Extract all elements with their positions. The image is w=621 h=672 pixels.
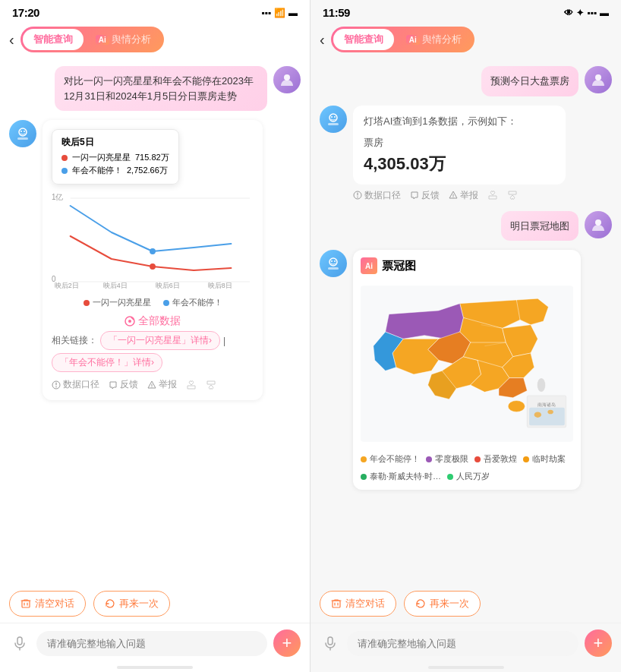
home-indicator-left [117, 666, 193, 669]
retry-btn-left[interactable]: 再来一次 [93, 591, 170, 617]
clear-btn-left[interactable]: 清空对话 [9, 591, 86, 617]
legend-taylor: 泰勒·斯威夫特·时… [361, 471, 441, 482]
nav-tabs-right: 智能查询 Ai 舆情分析 [331, 27, 474, 52]
input-bar-right: + [310, 623, 621, 666]
legend-lin-shi: 临时劫案 [523, 453, 566, 465]
home-indicator-right [428, 666, 504, 669]
legend-label2: 年会不能停！ [172, 297, 222, 308]
tab-smart-query-left[interactable]: 智能查询 [23, 29, 84, 50]
view-all-label: 全部数据 [138, 314, 181, 328]
report-label-left: 举报 [159, 378, 177, 391]
back-button-left[interactable]: ‹ [9, 31, 14, 49]
mic-icon-right[interactable] [320, 633, 341, 654]
tooltip-row2: 年会不能停！ 2,752.66万 [61, 165, 169, 176]
svg-rect-4 [17, 137, 28, 140]
svg-rect-23 [22, 601, 30, 607]
bluetooth-icon: ✦ [576, 8, 584, 18]
legend-dot-blue [163, 300, 169, 306]
link-tag2[interactable]: 「年会不能停！」详情› [52, 353, 162, 372]
add-button-right[interactable]: + [585, 629, 612, 657]
user-avatar-left [273, 66, 301, 93]
add-button-left[interactable]: + [273, 629, 301, 657]
data-value-right: 4,305.03万 [364, 153, 555, 175]
svg-text:1亿: 1亿 [52, 193, 63, 201]
back-button-right[interactable]: ‹ [320, 31, 325, 49]
signal-icon: ▪▪▪ [261, 8, 271, 18]
retry-label-right: 再来一次 [430, 597, 469, 610]
like-btn-right[interactable] [487, 190, 498, 200]
tooltip-title: 映后5日 [61, 136, 169, 149]
data-source-btn-right[interactable]: 数据口径 [353, 189, 401, 202]
svg-point-50 [534, 412, 541, 417]
input-bar-left: + [0, 623, 310, 666]
legend-item2: 年会不能停！ [163, 297, 222, 308]
status-bar-right: 11:59 👁 ✦ ▪▪▪ ▬ [310, 0, 621, 22]
report-label-right: 举报 [460, 189, 478, 202]
map-title-right: 票冠图 [382, 259, 416, 273]
data-source-label-right: 数据口径 [364, 189, 401, 202]
svg-point-9 [150, 248, 156, 254]
svg-text:映后6日: 映后6日 [156, 282, 180, 289]
clear-label-right: 清空对话 [345, 597, 385, 610]
status-icons-right: 👁 ✦ ▪▪▪ ▬ [564, 8, 609, 18]
tooltip-row1: 一闪一闪亮星星 715.82万 [61, 152, 169, 163]
retry-btn-right[interactable]: 再来一次 [404, 591, 481, 617]
report-btn-left[interactable]: 举报 [147, 378, 177, 391]
data-source-btn-left[interactable]: 数据口径 [52, 378, 99, 391]
legend-dot-amber [523, 456, 529, 462]
chart-card-left: 映后5日 一闪一闪亮星星 715.82万 年会不能停！ 2,752.66万 [43, 120, 263, 400]
eye-icon: 👁 [564, 8, 573, 18]
wifi-icon: 📶 [274, 8, 285, 18]
dislike-btn-right[interactable] [507, 190, 518, 200]
svg-point-41 [331, 260, 333, 262]
svg-text:南海诸岛: 南海诸岛 [537, 402, 556, 407]
like-btn-left[interactable] [186, 380, 197, 390]
clear-label-left: 清空对话 [35, 597, 74, 610]
tab-smart-query-right[interactable]: 智能查询 [333, 29, 394, 50]
svg-point-39 [595, 219, 601, 226]
data-label-right: 票房 [364, 136, 555, 150]
legend-ren-min: 人民万岁 [447, 471, 490, 482]
legend-label-ling-du: 零度极限 [435, 453, 468, 465]
battery-icon: ▬ [288, 8, 298, 18]
nav-tabs-left: 智能查询 Ai 舆情分析 [20, 27, 164, 52]
bot-msg-row2-right: Ai 票冠图 [320, 250, 612, 490]
svg-point-45 [508, 401, 525, 412]
dislike-btn-left[interactable] [206, 380, 216, 390]
chart-legend: 一闪一闪亮星星 年会不能停！ [52, 297, 254, 308]
mic-icon-left[interactable] [9, 633, 30, 654]
bot-msg-row1-right: 灯塔AI查询到1条数据，示例如下： 票房 4,305.03万 数据口径 反馈 [320, 106, 612, 202]
svg-text:映后2日: 映后2日 [55, 282, 79, 289]
related-label: 相关链接： [52, 334, 97, 347]
input-field-left[interactable] [36, 631, 267, 656]
svg-text:映后8日: 映后8日 [208, 282, 232, 289]
map-legend-right: 年会不能停！ 零度极限 吾爱敦煌 临时劫案 [361, 453, 573, 482]
clear-btn-right[interactable]: 清空对话 [320, 591, 396, 617]
bot-msg-row-left: 映后5日 一闪一闪亮星星 715.82万 年会不能停！ 2,752.66万 [9, 120, 301, 400]
report-btn-right[interactable]: 举报 [449, 189, 478, 202]
battery-icon-right: ▬ [600, 8, 609, 18]
legend-dot-purple [426, 456, 432, 462]
user-avatar-right [585, 66, 612, 93]
user-avatar2-right [585, 211, 612, 238]
retry-label-left: 再来一次 [119, 597, 159, 610]
view-all-button[interactable]: 全部数据 [52, 308, 254, 331]
chart-area: 1亿 0 [52, 191, 254, 292]
data-source-label-left: 数据口径 [63, 378, 99, 391]
svg-point-36 [357, 197, 358, 198]
tooltip-label1: 一闪一闪亮星星 [72, 152, 131, 163]
svg-rect-33 [328, 123, 339, 125]
chat-area-left: 对比一闪一闪亮星星和年会不能停在2023年12月31日和2024年1月5日分日票… [0, 58, 310, 583]
tab-sentiment-left[interactable]: Ai 舆情分析 [85, 29, 162, 50]
legend-dunhuang: 吾爱敦煌 [474, 453, 517, 465]
link-tag1[interactable]: 「一闪一闪亮星星」详情› [100, 331, 220, 350]
tooltip-value2: 2,752.66万 [127, 165, 168, 176]
feedback-btn-left[interactable]: 反馈 [109, 378, 138, 391]
svg-point-42 [334, 260, 336, 262]
feedback-btn-right[interactable]: 反馈 [410, 189, 440, 202]
legend-label-nian-hui: 年会不能停！ [370, 453, 420, 465]
tab-sentiment-label-right: 舆情分析 [422, 33, 462, 46]
input-field-right[interactable] [347, 631, 578, 656]
map-header-right: Ai 票冠图 [361, 257, 573, 274]
tab-sentiment-right[interactable]: Ai 舆情分析 [396, 29, 472, 50]
